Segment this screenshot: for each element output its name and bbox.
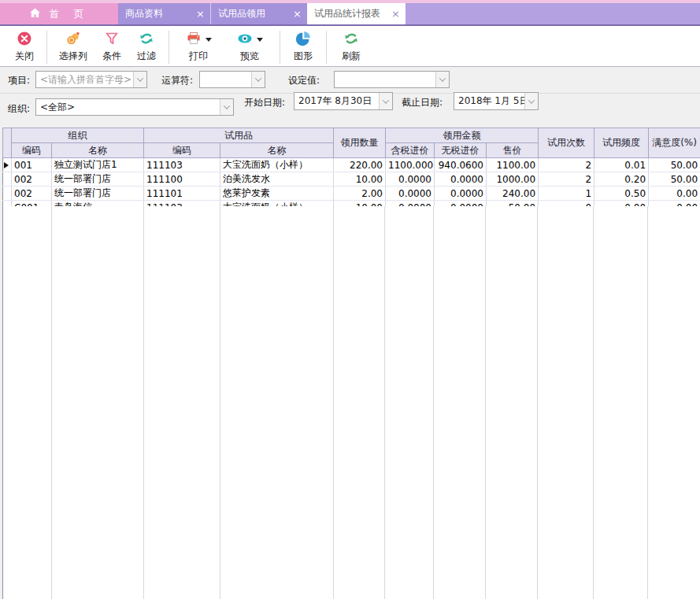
cell-qty[interactable]: 10.00 bbox=[334, 172, 386, 187]
cell-times[interactable]: 2 bbox=[539, 172, 594, 187]
dropdown-arrow-button[interactable] bbox=[251, 72, 265, 87]
cell-prod-name[interactable]: 悠莱护发素 bbox=[220, 187, 334, 201]
cell-qty[interactable]: 220.00 bbox=[334, 158, 386, 172]
tab-home-label: 首 页 bbox=[49, 7, 89, 21]
item-combobox[interactable]: <请输入拼音首字母> bbox=[35, 71, 147, 88]
cell-satisfaction[interactable]: 50.00 bbox=[649, 158, 700, 172]
column-header-qty[interactable]: 领用数量 bbox=[334, 128, 386, 158]
cell-prod-name[interactable]: 泊美洗发水 bbox=[220, 172, 334, 187]
cell-tax-free[interactable]: 940.0600 bbox=[435, 158, 487, 172]
cell-org-name[interactable]: 独立测试门店1 bbox=[52, 158, 144, 172]
column-header-times[interactable]: 试用次数 bbox=[539, 128, 594, 158]
column-header-satisfaction[interactable]: 满意度(%) bbox=[649, 128, 700, 158]
preview-icon bbox=[237, 31, 253, 49]
column-header-org-code[interactable]: 编码 bbox=[12, 143, 52, 158]
column-header-freq[interactable]: 试用频度 bbox=[594, 128, 649, 158]
tab-home[interactable]: 首 页 bbox=[0, 3, 118, 24]
cell-org-name[interactable]: 统一部署门店 bbox=[52, 172, 144, 187]
close-button[interactable]: 关闭 bbox=[6, 30, 43, 63]
grid-column-line bbox=[334, 206, 386, 599]
tab-product-data[interactable]: 商品资料 × bbox=[118, 3, 210, 24]
group-header-org[interactable]: 组织 bbox=[12, 128, 144, 143]
cell-prod-code[interactable]: 111101 bbox=[144, 187, 220, 201]
column-header-prod-name[interactable]: 名称 bbox=[220, 143, 334, 158]
column-header-prod-code[interactable]: 编码 bbox=[144, 143, 220, 158]
dropdown-arrow-button[interactable] bbox=[379, 93, 392, 109]
tab-trial-requisition[interactable]: 试用品领用 × bbox=[210, 3, 307, 24]
cell-price[interactable]: 1100.00 bbox=[487, 158, 539, 172]
dropdown-arrow-button[interactable] bbox=[133, 72, 146, 87]
cell-freq[interactable]: 0.01 bbox=[594, 158, 649, 172]
group-header-product[interactable]: 试用品 bbox=[144, 128, 334, 143]
cell-price[interactable]: 240.00 bbox=[487, 187, 539, 201]
button-label: 选择列 bbox=[59, 50, 87, 63]
table-row[interactable]: 002 统一部署门店 111100 泊美洗发水 10.00 0.0000 0.0… bbox=[3, 172, 700, 187]
column-header-org-name[interactable]: 名称 bbox=[52, 143, 144, 158]
cell-tax-incl[interactable]: 0.0000 bbox=[386, 172, 435, 187]
column-header-price[interactable]: 售价 bbox=[487, 143, 539, 158]
condition-button[interactable]: 条件 bbox=[95, 30, 128, 63]
tab-trial-statistics-report-active[interactable]: 试用品统计报表 × bbox=[307, 3, 406, 24]
empty-grid-rows bbox=[2, 206, 700, 599]
setvalue-combobox[interactable] bbox=[334, 71, 450, 88]
cell-tax-free[interactable]: 0.0000 bbox=[435, 187, 487, 201]
selected-row-marker bbox=[3, 158, 12, 172]
cell-tax-incl[interactable]: 1100.0000 bbox=[386, 158, 435, 172]
dropdown-arrow-button[interactable] bbox=[220, 99, 233, 115]
chart-icon bbox=[295, 31, 311, 49]
print-dropdown-caret[interactable] bbox=[206, 38, 212, 42]
button-label: 刷新 bbox=[342, 50, 361, 63]
header-row-groups: 组织 试用品 领用数量 领用金额 试用次数 试用频度 满意度(%) bbox=[3, 128, 700, 143]
button-label: 预览 bbox=[240, 50, 259, 63]
cell-prod-name[interactable]: 大宝洗面奶（小样） bbox=[220, 158, 334, 172]
cell-org-code[interactable]: 001 bbox=[12, 158, 52, 172]
start-date-field[interactable]: 2017年 8月30日 bbox=[294, 92, 393, 110]
cell-satisfaction[interactable]: 50.00 bbox=[649, 172, 700, 187]
column-header-tax-free[interactable]: 无税进价 bbox=[435, 143, 487, 158]
cell-qty[interactable]: 2.00 bbox=[334, 187, 386, 201]
grid-column-line bbox=[648, 206, 700, 599]
table-row[interactable]: 002 统一部署门店 111101 悠莱护发素 2.00 0.0000 0.00… bbox=[3, 187, 700, 201]
preview-button[interactable]: 预览 bbox=[224, 30, 276, 63]
chevron-down-icon bbox=[224, 102, 230, 109]
cell-times[interactable]: 1 bbox=[539, 187, 594, 201]
preview-dropdown-caret[interactable] bbox=[257, 38, 263, 42]
cell-satisfaction[interactable]: 0.00 bbox=[649, 187, 700, 201]
cell-price[interactable]: 1000.00 bbox=[487, 172, 539, 187]
table-row[interactable]: 001 独立测试门店1 111103 大宝洗面奶（小样） 220.00 1100… bbox=[3, 158, 700, 172]
cell-tax-incl[interactable]: 0.0000 bbox=[386, 187, 435, 201]
filter-panel: 项目: <请输入拼音首字母> 运算符: 设定值: 组织: <全部> 开始日期: … bbox=[0, 67, 700, 128]
grid-column-line bbox=[486, 206, 538, 599]
chart-button[interactable]: 图形 bbox=[284, 30, 322, 63]
refresh-button[interactable]: 刷新 bbox=[331, 30, 372, 63]
operator-combobox[interactable] bbox=[199, 71, 265, 88]
cell-prod-code[interactable]: 111103 bbox=[144, 158, 220, 172]
report-grid-area: 组织 试用品 领用数量 领用金额 试用次数 试用频度 满意度(%) 编码 名称 … bbox=[0, 128, 700, 599]
organization-combobox[interactable]: <全部> bbox=[35, 98, 234, 116]
print-button[interactable]: 打印 bbox=[173, 30, 224, 63]
toolbar-separator bbox=[280, 31, 280, 64]
filter-button[interactable]: 过滤 bbox=[128, 30, 165, 63]
report-table: 组织 试用品 领用数量 领用金额 试用次数 试用频度 满意度(%) 编码 名称 … bbox=[2, 128, 700, 215]
dropdown-arrow-button[interactable] bbox=[435, 72, 449, 87]
row-marker-cell bbox=[3, 172, 12, 187]
cell-prod-code[interactable]: 111100 bbox=[144, 172, 220, 187]
cell-freq[interactable]: 0.50 bbox=[594, 187, 649, 201]
close-icon[interactable]: × bbox=[293, 9, 302, 19]
button-label: 条件 bbox=[102, 50, 121, 63]
select-columns-button[interactable]: 选择列 bbox=[51, 30, 95, 63]
cell-tax-free[interactable]: 0.0000 bbox=[435, 172, 487, 187]
close-icon[interactable]: × bbox=[391, 9, 400, 19]
grid-column-line bbox=[385, 206, 434, 599]
cell-org-name[interactable]: 统一部署门店 bbox=[52, 187, 144, 201]
cell-org-code[interactable]: 002 bbox=[12, 187, 52, 201]
toolbar-separator bbox=[326, 31, 327, 64]
cell-org-code[interactable]: 002 bbox=[12, 172, 52, 187]
cell-freq[interactable]: 0.20 bbox=[594, 172, 649, 187]
cell-times[interactable]: 2 bbox=[539, 158, 594, 172]
end-date-field[interactable]: 2018年 1月 5日 bbox=[454, 92, 539, 110]
close-icon[interactable]: × bbox=[196, 9, 205, 19]
column-header-tax-incl[interactable]: 含税进价 bbox=[386, 143, 435, 158]
group-header-amount[interactable]: 领用金额 bbox=[386, 128, 539, 143]
dropdown-arrow-button[interactable] bbox=[524, 93, 538, 109]
